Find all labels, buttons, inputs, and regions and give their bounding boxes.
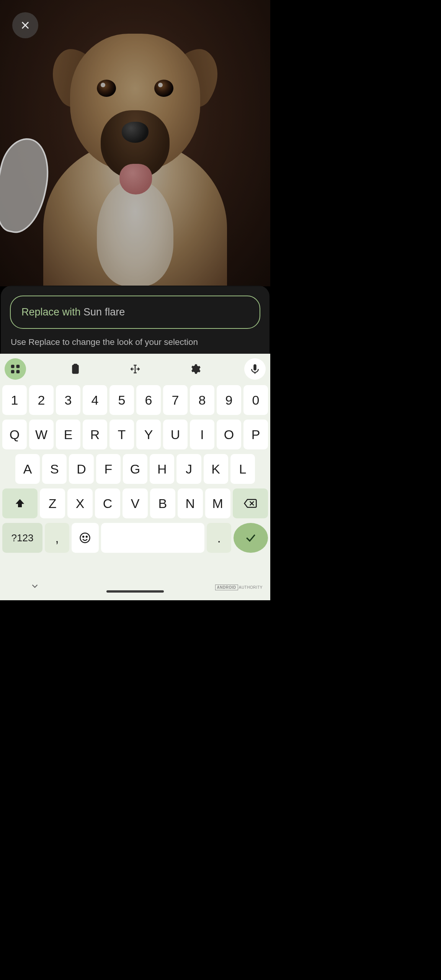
keyboard-row-1: QWERTYUIOP xyxy=(2,420,268,449)
key-r[interactable]: R xyxy=(83,420,107,449)
backspace-icon xyxy=(243,498,257,509)
keyboard-row-bottom: ?123 , . xyxy=(2,523,268,553)
svg-point-11 xyxy=(83,536,84,537)
svg-rect-5 xyxy=(74,364,77,366)
key-k[interactable]: K xyxy=(204,454,228,484)
replace-input-label: Replace with xyxy=(21,306,81,318)
replace-input[interactable]: Replace with Sun flare xyxy=(10,296,260,329)
key-v[interactable]: V xyxy=(122,488,148,518)
enter-key[interactable] xyxy=(234,523,268,553)
system-nav-bar: ANDROIDAUTHORITY xyxy=(0,576,270,600)
svg-point-12 xyxy=(86,536,87,537)
check-icon xyxy=(245,532,257,544)
keyboard-settings-button[interactable] xyxy=(185,358,206,380)
keyboard-row-3: ZXCVBNM xyxy=(2,488,268,518)
key-b[interactable]: B xyxy=(150,488,175,518)
key-m[interactable]: M xyxy=(205,488,230,518)
key-s[interactable]: S xyxy=(42,454,67,484)
keyboard-toolbar xyxy=(0,358,270,385)
key-h[interactable]: H xyxy=(150,454,174,484)
cursor-move-icon xyxy=(129,363,141,375)
close-icon xyxy=(20,20,31,31)
shift-icon xyxy=(14,498,26,509)
key-t[interactable]: T xyxy=(109,420,134,449)
keyboard-collapse-button[interactable] xyxy=(30,581,40,593)
key-u[interactable]: U xyxy=(163,420,188,449)
key-x[interactable]: X xyxy=(67,488,93,518)
key-0[interactable]: 0 xyxy=(243,385,268,415)
key-d[interactable]: D xyxy=(69,454,93,484)
key-8[interactable]: 8 xyxy=(190,385,214,415)
svg-rect-0 xyxy=(11,365,15,368)
key-p[interactable]: P xyxy=(243,420,268,449)
key-o[interactable]: O xyxy=(217,420,241,449)
key-w[interactable]: W xyxy=(29,420,54,449)
grid-icon xyxy=(10,363,21,375)
clipboard-button[interactable] xyxy=(65,358,86,380)
key-1[interactable]: 1 xyxy=(2,385,27,415)
svg-rect-9 xyxy=(135,366,136,372)
shift-key[interactable] xyxy=(2,488,38,518)
watermark-brand: ANDROID xyxy=(215,585,238,590)
key-j[interactable]: J xyxy=(176,454,201,484)
key-c[interactable]: C xyxy=(95,488,120,518)
svg-rect-3 xyxy=(16,370,20,374)
key-2[interactable]: 2 xyxy=(29,385,54,415)
key-a[interactable]: A xyxy=(15,454,40,484)
svg-rect-2 xyxy=(11,370,15,374)
backspace-key[interactable] xyxy=(233,488,268,518)
clipboard-icon xyxy=(70,363,81,375)
close-button[interactable] xyxy=(12,12,38,38)
key-3[interactable]: 3 xyxy=(56,385,80,415)
key-y[interactable]: Y xyxy=(136,420,161,449)
replace-input-panel: Replace with Sun flare Use Replace to ch… xyxy=(1,286,270,354)
key-7[interactable]: 7 xyxy=(163,385,188,415)
emoji-icon xyxy=(79,532,91,544)
nav-gesture-pill[interactable] xyxy=(106,590,164,593)
watermark-suffix: AUTHORITY xyxy=(239,585,263,590)
photo-editor-canvas[interactable] xyxy=(0,0,270,286)
on-screen-keyboard: 1234567890 QWERTYUIOP ASDFGHJKL ZXCVBNM … xyxy=(0,354,270,600)
text-select-button[interactable] xyxy=(124,358,146,380)
key-e[interactable]: E xyxy=(56,420,80,449)
watermark: ANDROIDAUTHORITY xyxy=(215,585,263,590)
replace-input-value: Sun flare xyxy=(83,306,125,318)
gear-icon xyxy=(189,363,201,375)
key-4[interactable]: 4 xyxy=(83,385,107,415)
voice-input-button[interactable] xyxy=(244,358,266,380)
keyboard-row-numbers: 1234567890 xyxy=(2,385,268,415)
symbols-key[interactable]: ?123 xyxy=(2,523,42,553)
replace-hint: Use Replace to change the look of your s… xyxy=(10,337,260,347)
svg-rect-1 xyxy=(16,365,20,368)
key-5[interactable]: 5 xyxy=(109,385,134,415)
key-6[interactable]: 6 xyxy=(136,385,161,415)
microphone-icon xyxy=(249,363,261,375)
key-g[interactable]: G xyxy=(123,454,147,484)
emoji-key[interactable] xyxy=(72,523,99,553)
key-z[interactable]: Z xyxy=(40,488,65,518)
keyboard-apps-button[interactable] xyxy=(5,358,26,380)
svg-point-10 xyxy=(80,533,90,543)
key-i[interactable]: I xyxy=(190,420,214,449)
key-l[interactable]: L xyxy=(230,454,255,484)
period-key[interactable]: . xyxy=(207,523,231,553)
comma-key[interactable]: , xyxy=(45,523,69,553)
keyboard-row-2: ASDFGHJKL xyxy=(2,454,268,484)
key-q[interactable]: Q xyxy=(2,420,27,449)
key-f[interactable]: F xyxy=(96,454,121,484)
key-9[interactable]: 9 xyxy=(217,385,241,415)
chevron-down-icon xyxy=(30,581,40,591)
space-key[interactable] xyxy=(101,523,204,553)
key-n[interactable]: N xyxy=(178,488,203,518)
